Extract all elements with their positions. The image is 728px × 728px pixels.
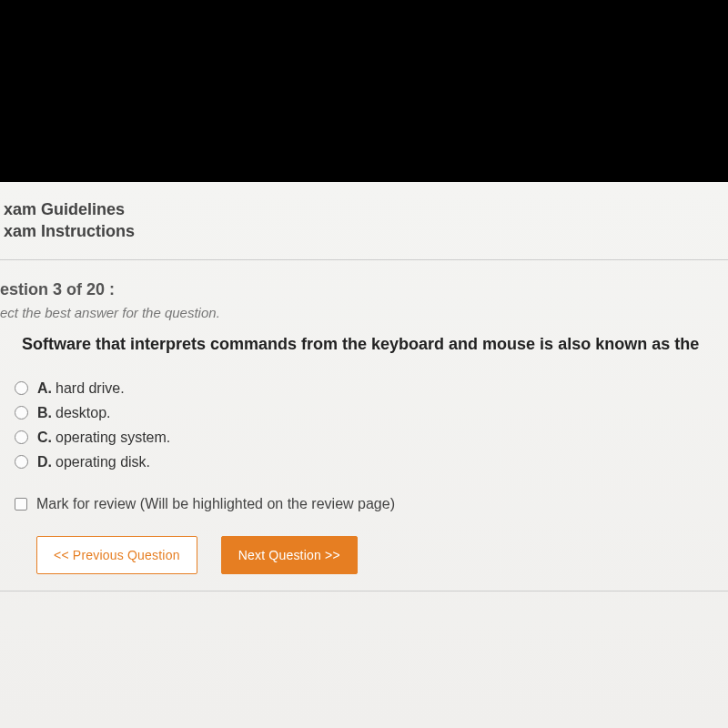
option-letter: A. bbox=[37, 380, 52, 397]
radio-icon[interactable] bbox=[15, 430, 28, 444]
radio-icon[interactable] bbox=[15, 406, 28, 420]
exam-page: xam Guidelines xam Instructions estion 3… bbox=[0, 182, 728, 728]
review-label: Mark for review (Will be highlighted on … bbox=[36, 496, 395, 512]
option-c[interactable]: C. operating system. bbox=[15, 430, 719, 446]
window-black-bar bbox=[0, 0, 728, 182]
exam-instructions-link[interactable]: xam Instructions bbox=[4, 220, 719, 242]
nav-buttons: << Previous Question Next Question >> bbox=[36, 536, 719, 574]
option-text: operating disk. bbox=[56, 454, 150, 470]
header-links: xam Guidelines xam Instructions bbox=[4, 198, 719, 243]
radio-icon[interactable] bbox=[15, 381, 28, 395]
option-letter: C. bbox=[37, 430, 52, 446]
question-text: Software that interprets commands from t… bbox=[22, 333, 719, 355]
options-group: A. hard drive. B. desktop. C. operating … bbox=[15, 380, 719, 470]
checkbox-icon[interactable] bbox=[15, 498, 27, 511]
option-letter: D. bbox=[37, 454, 52, 470]
previous-question-button[interactable]: << Previous Question bbox=[36, 536, 197, 574]
option-d[interactable]: D. operating disk. bbox=[15, 454, 719, 470]
option-text: hard drive. bbox=[56, 380, 125, 397]
divider bbox=[0, 591, 728, 592]
option-text: desktop. bbox=[56, 405, 110, 421]
option-letter: B. bbox=[37, 405, 52, 421]
option-b[interactable]: B. desktop. bbox=[15, 405, 719, 421]
question-instruction: ect the best answer for the question. bbox=[0, 305, 719, 320]
option-a[interactable]: A. hard drive. bbox=[15, 380, 719, 397]
option-text: operating system. bbox=[56, 430, 170, 446]
divider bbox=[0, 259, 728, 260]
question-number: estion 3 of 20 : bbox=[0, 280, 719, 299]
mark-for-review[interactable]: Mark for review (Will be highlighted on … bbox=[15, 496, 719, 512]
next-question-button[interactable]: Next Question >> bbox=[221, 536, 358, 574]
radio-icon[interactable] bbox=[15, 455, 28, 469]
exam-guidelines-link[interactable]: xam Guidelines bbox=[4, 198, 719, 220]
